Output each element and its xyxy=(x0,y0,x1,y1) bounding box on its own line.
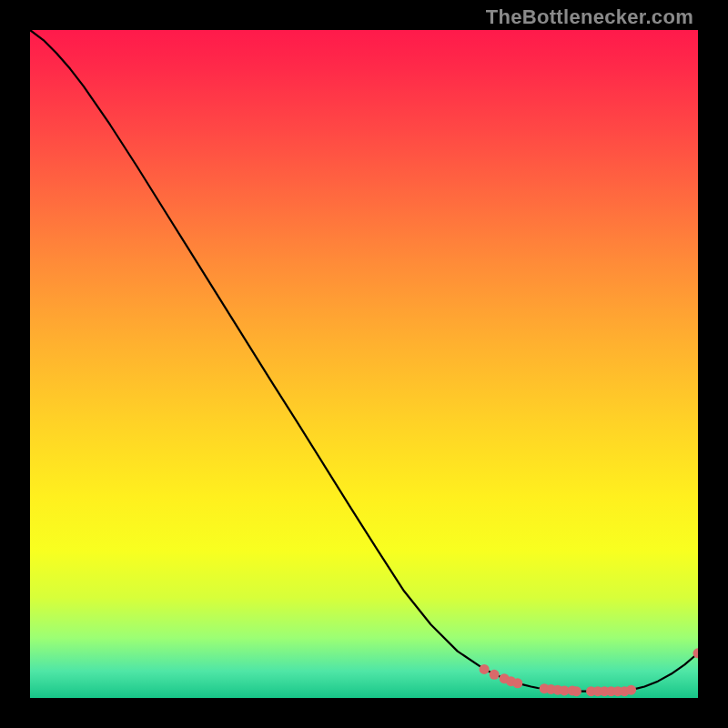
data-marker xyxy=(626,685,636,695)
data-marker xyxy=(512,678,522,688)
data-markers xyxy=(480,648,698,696)
data-marker xyxy=(571,686,581,696)
plot-area xyxy=(30,30,698,698)
data-marker xyxy=(490,670,500,680)
chart-svg xyxy=(30,30,698,698)
chart-stage: TheBottlenecker.com xyxy=(0,0,728,728)
bottleneck-curve xyxy=(30,30,698,692)
data-marker xyxy=(480,664,490,674)
attribution-label: TheBottlenecker.com xyxy=(486,5,693,29)
